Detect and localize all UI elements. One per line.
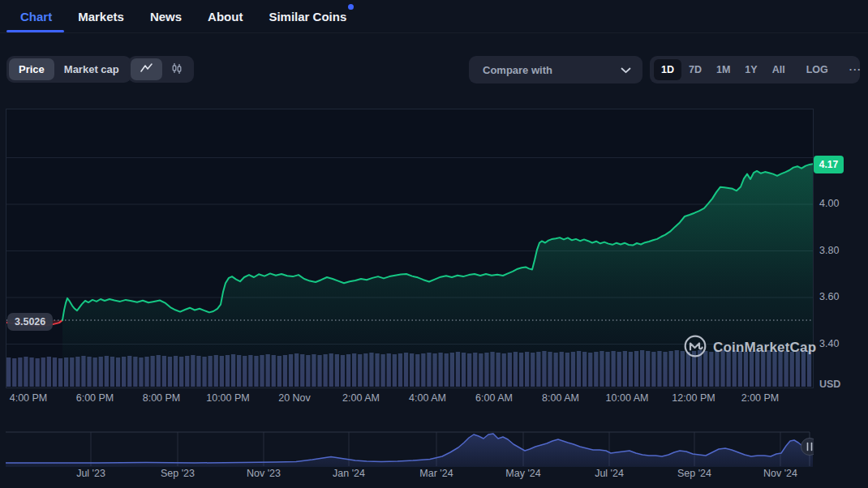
previous-close-label: 3.5026 (7, 313, 53, 331)
tab-bar: ChartMarketsNewsAboutSimilar Coins (0, 0, 868, 33)
x-axis-tick-label: 20 Nov (278, 392, 311, 404)
line-chart-icon (140, 62, 153, 76)
compare-with-label: Compare with (483, 64, 552, 76)
range-button-1y[interactable]: 1Y (737, 59, 764, 80)
navigator-handle[interactable] (801, 439, 814, 456)
x-axis-tick-label: 2:00 AM (342, 392, 380, 404)
watermark-text: CoinMarketCap (713, 340, 816, 356)
last-price-badge: 4.17 (814, 156, 844, 173)
navigator-tick-label: Sep '23 (161, 468, 195, 479)
tab-label: News (150, 10, 182, 24)
tab-label: Chart (20, 10, 52, 24)
navigator-tick-label: Sep '24 (677, 468, 711, 479)
y-axis-tick-label: 3.60 (819, 291, 858, 302)
navigator-tick-label: Mar '24 (419, 468, 453, 479)
tab-label: Similar Coins (269, 10, 346, 24)
y-axis-tick-label: 3.80 (819, 245, 858, 256)
more-options-button[interactable]: ··· (842, 59, 868, 80)
navigator-tick-label: Jul '23 (76, 468, 105, 479)
metric-toggle: Price Market cap (6, 56, 131, 83)
range-button-1d[interactable]: 1D (654, 59, 681, 80)
tab-news[interactable]: News (150, 0, 182, 32)
x-axis-tick-label: 12:00 PM (672, 392, 715, 404)
price-toggle-button[interactable]: Price (9, 58, 54, 80)
new-badge-dot (348, 4, 354, 10)
range-button-1m[interactable]: 1M (709, 59, 737, 80)
tab-label: Markets (78, 10, 124, 24)
x-axis-tick-label: 4:00 PM (10, 392, 48, 404)
x-axis-tick-label: 10:00 PM (206, 392, 250, 404)
compare-with-dropdown[interactable]: Compare with (469, 56, 642, 83)
watermark: CoinMarketCap (684, 335, 816, 361)
x-axis-tick-label: 2:00 PM (741, 392, 780, 404)
chevron-down-icon (621, 62, 631, 77)
range-selector: 1D7D1M1YAllLOG··· (650, 56, 860, 83)
chart-type-toggle (128, 56, 194, 83)
x-axis-tick-label: 8:00 AM (542, 392, 579, 404)
tab-chart[interactable]: Chart (20, 0, 52, 32)
log-scale-button[interactable]: LOG (799, 59, 836, 80)
navigator-tick-label: Nov '23 (247, 468, 281, 479)
x-axis-tick-label: 4:00 AM (409, 392, 446, 404)
navigator-tick-label: Nov '24 (763, 468, 797, 479)
navigator-axis-labels: Jul '23Sep '23Nov '23Jan '24Mar '24May '… (0, 468, 868, 481)
x-axis-tick-label: 10:00 AM (606, 392, 649, 404)
chart-toolbar: Price Market cap Compare with 1D7D1 (0, 56, 868, 83)
candlestick-icon (171, 62, 183, 77)
candlestick-chart-type-button[interactable] (162, 58, 191, 80)
x-axis-tick-label: 6:00 PM (76, 392, 114, 404)
range-button-all[interactable]: All (765, 59, 793, 80)
tab-label: About (208, 10, 243, 24)
x-axis-tick-label: 8:00 PM (143, 392, 181, 404)
coinmarketcap-logo-icon (684, 335, 707, 361)
tab-similar-coins[interactable]: Similar Coins (269, 0, 346, 32)
navigator-tick-label: May '24 (505, 468, 540, 479)
market-cap-toggle-button[interactable]: Market cap (54, 58, 129, 80)
tab-about[interactable]: About (208, 0, 243, 32)
navigator-tick-label: Jan '24 (333, 468, 365, 479)
y-axis-unit-label: USD (819, 379, 840, 390)
navigator-tick-label: Jul '24 (595, 468, 624, 479)
line-chart-type-button[interactable] (131, 58, 162, 80)
x-axis-labels: 4:00 PM6:00 PM8:00 PM10:00 PM20 Nov2:00 … (0, 392, 868, 405)
range-button-7d[interactable]: 7D (681, 59, 709, 80)
tab-markets[interactable]: Markets (78, 0, 124, 32)
navigator-chart (6, 426, 814, 467)
x-axis-tick-label: 6:00 AM (475, 392, 513, 404)
y-axis-tick-label: 3.40 (819, 338, 858, 349)
navigator[interactable] (6, 426, 814, 467)
y-axis-tick-label: 4.00 (819, 198, 858, 209)
